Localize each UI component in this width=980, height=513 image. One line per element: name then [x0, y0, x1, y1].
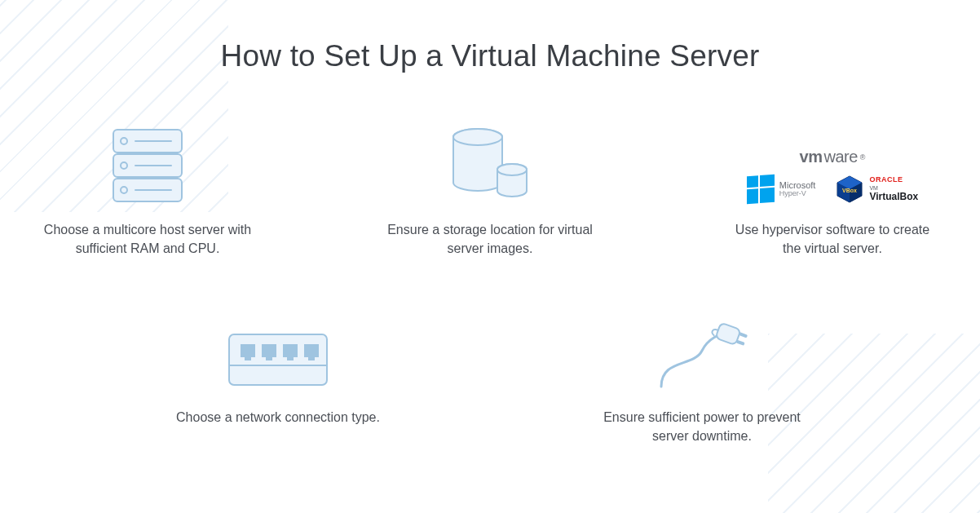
hyperv-logo: Microsoft Hyper-V	[747, 175, 816, 203]
page-title: How to Set Up a Virtual Machine Server	[0, 39, 980, 73]
svg-text:VBox: VBox	[842, 188, 857, 193]
svg-point-12	[497, 164, 527, 175]
windows-logo-icon	[747, 175, 775, 204]
vmware-logo-vm: vm	[800, 148, 823, 166]
vmware-logo-reg: ®	[860, 153, 866, 161]
steps-row-1: Choose a multicore host server with suff…	[0, 122, 980, 258]
step-storage: Ensure a storage location for virtual se…	[368, 122, 612, 258]
step-power: Ensure sufficient power to prevent serve…	[580, 310, 824, 445]
svg-rect-22	[736, 340, 745, 346]
svg-rect-21	[739, 332, 748, 338]
step-host-server-text: Choose a multicore host server with suff…	[42, 220, 254, 258]
virtualbox-logo: VBox ORACLE VM VirtualBox	[835, 175, 918, 204]
hyperv-label: Hyper-V	[779, 190, 816, 197]
step-power-text: Ensure sufficient power to prevent serve…	[596, 408, 808, 445]
svg-point-10	[453, 129, 502, 145]
oracle-label: ORACLE	[869, 176, 918, 184]
step-network: Choose a network connection type.	[156, 310, 400, 445]
step-network-text: Choose a network connection type.	[176, 408, 380, 427]
hypervisor-logos-icon: vmware® Microsoft Hyper-V	[747, 122, 918, 204]
virtualbox-label: VirtualBox	[869, 192, 918, 202]
step-hypervisor-text: Use hypervisor software to create the vi…	[726, 220, 938, 258]
storage-cylinders-icon	[445, 122, 535, 204]
step-storage-text: Ensure a storage location for virtual se…	[384, 220, 596, 258]
step-host-server: Choose a multicore host server with suff…	[25, 122, 270, 258]
server-rack-icon	[111, 122, 184, 204]
power-plug-icon	[645, 310, 759, 391]
step-hypervisor: vmware® Microsoft Hyper-V	[710, 122, 955, 258]
vmware-logo-ware: ware	[823, 148, 857, 166]
virtualbox-cube-icon: VBox	[835, 175, 864, 204]
network-ports-icon	[226, 310, 330, 391]
vmware-logo: vmware®	[800, 148, 866, 166]
steps-row-2: Choose a network connection type. Ensure…	[0, 310, 980, 445]
